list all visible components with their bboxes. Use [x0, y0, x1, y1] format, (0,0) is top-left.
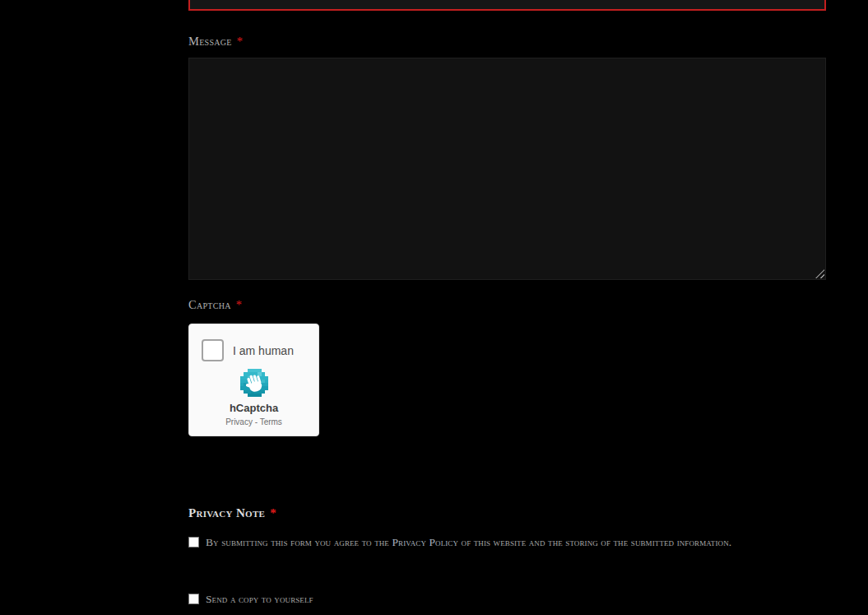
hcaptcha-logo-icon — [240, 369, 268, 397]
hcaptcha-brand-label: hCaptcha — [189, 402, 318, 414]
contact-form: Message* Captcha* I am human — [188, 0, 826, 606]
message-label: Message — [188, 35, 232, 48]
hcaptcha-checkbox-label: I am human — [233, 344, 294, 357]
privacy-agree-checkbox[interactable] — [188, 537, 199, 547]
send-copy-checkbox[interactable] — [188, 594, 199, 604]
privacy-agree-row: By submitting this form you agree to the… — [188, 536, 826, 549]
message-required-asterisk: * — [237, 35, 244, 48]
message-label-row: Message* — [188, 35, 826, 49]
hcaptcha-checkbox[interactable] — [202, 339, 224, 361]
message-textarea-wrap — [188, 58, 826, 280]
privacy-agree-text-after: of this website and the storing of the s… — [458, 536, 731, 548]
privacy-note-label: Privacy Note — [188, 506, 265, 519]
hcaptcha-links-separator: - — [253, 417, 260, 426]
privacy-policy-link[interactable]: Privacy Policy — [392, 536, 458, 548]
captcha-label: Captcha — [188, 298, 231, 311]
privacy-note-required-asterisk: * — [270, 506, 276, 519]
privacy-agree-text-before: By submitting this form you agree to the — [206, 536, 392, 548]
captcha-required-asterisk: * — [236, 298, 243, 311]
hcaptcha-terms-link[interactable]: Terms — [260, 417, 282, 426]
send-copy-row: Send a copy to yourself — [188, 593, 826, 606]
send-copy-label: Send a copy to yourself — [206, 593, 313, 606]
hcaptcha-privacy-link[interactable]: Privacy — [225, 417, 253, 426]
captcha-label-row: Captcha* — [188, 298, 826, 312]
privacy-agree-label: By submitting this form you agree to the… — [206, 536, 731, 549]
privacy-note-label-row: Privacy Note* — [188, 506, 826, 520]
invalid-text-field[interactable] — [188, 0, 826, 11]
message-textarea[interactable] — [188, 58, 826, 280]
hcaptcha-widget: I am human — [188, 324, 319, 436]
